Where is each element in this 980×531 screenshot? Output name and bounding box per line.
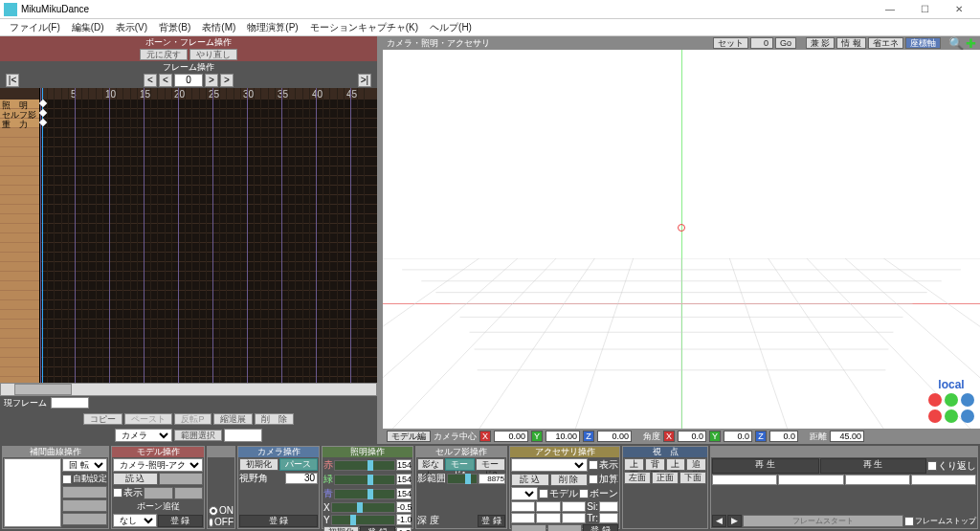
menu-help[interactable]: ヘルプ(H) (424, 21, 478, 34)
shadow-button[interactable]: 兼 影 (806, 37, 835, 49)
curve-editor[interactable] (4, 458, 61, 527)
frame-next2-button[interactable]: > (220, 74, 234, 87)
rot-z-ball[interactable] (961, 393, 974, 407)
loop-check[interactable] (927, 461, 937, 471)
expand-button[interactable]: 縮退展 (213, 413, 253, 425)
menu-mocap[interactable]: モーションキャプチャ(K) (304, 21, 424, 34)
minimize-button[interactable]: — (873, 1, 907, 18)
frame-first-button[interactable]: |< (6, 74, 19, 87)
prev-frame[interactable]: ◀ (712, 515, 726, 527)
shadow-mode1[interactable]: モード1 (445, 458, 475, 471)
set-button[interactable]: セット (713, 37, 748, 49)
scroll-thumb[interactable] (14, 384, 72, 395)
view-back[interactable]: 背面 (645, 458, 665, 471)
undo-button[interactable]: 元に戻す (140, 49, 188, 60)
curframe-input[interactable] (51, 397, 89, 409)
model-edit-button[interactable]: モデル編 (387, 431, 431, 442)
frame-prev2-button[interactable]: < (159, 74, 172, 87)
play-from[interactable] (712, 475, 777, 485)
menu-face[interactable]: 表情(M) (196, 21, 241, 34)
set-value[interactable]: 0 (750, 37, 773, 49)
model-del[interactable] (159, 473, 204, 485)
frame-next-button[interactable]: > (205, 74, 218, 87)
light-on-radio[interactable] (209, 506, 218, 516)
flip-button[interactable]: 反転P (174, 413, 211, 425)
model-load[interactable]: 読 込 (113, 473, 158, 485)
acc-disp-check[interactable] (589, 460, 598, 470)
magnify-icon[interactable]: 🔍 (948, 36, 964, 51)
timeline-cursor[interactable] (42, 88, 43, 383)
copy-button[interactable]: コピー (83, 413, 122, 425)
plus-icon[interactable]: ✚ (966, 36, 976, 51)
interp-btn1[interactable] (62, 486, 107, 498)
cam-register[interactable]: 登 録 (239, 515, 318, 527)
cam-init[interactable]: 初期化 (239, 458, 278, 471)
shadow-range-slider[interactable] (447, 474, 478, 484)
menu-edit[interactable]: 編集(D) (66, 21, 110, 34)
az-value[interactable]: 0.0 (769, 431, 798, 442)
light-off-radio[interactable] (209, 518, 213, 527)
auto-check[interactable] (62, 475, 72, 484)
go-button[interactable]: Go (775, 37, 796, 49)
frame-input[interactable]: 0 (174, 74, 203, 87)
track-light[interactable]: 照 明 (0, 100, 39, 109)
framestep-check[interactable] (904, 517, 914, 526)
info-button[interactable]: 情 報 (836, 37, 866, 49)
view-left[interactable]: 左面 (624, 472, 651, 484)
slider-lx[interactable] (331, 502, 395, 513)
paste-button[interactable]: ペースト (124, 413, 172, 425)
shadow-register[interactable]: 登 録 (478, 515, 505, 527)
move-y-ball[interactable] (945, 409, 958, 423)
viewport-3d[interactable]: local (383, 50, 980, 429)
acc-bone-check[interactable] (579, 489, 589, 498)
camera-select[interactable]: カメラ (115, 429, 172, 442)
move-z-ball[interactable] (961, 409, 974, 423)
slider-r[interactable] (334, 460, 395, 471)
x-button[interactable]: X (479, 431, 491, 442)
disp-check[interactable] (113, 488, 122, 498)
slider-ly[interactable] (331, 515, 395, 525)
acc-delete[interactable]: 削 除 (550, 474, 589, 486)
cam-persp[interactable]: パース (279, 458, 319, 471)
light-init[interactable]: 初期化 (323, 526, 359, 531)
slider-b[interactable] (334, 489, 395, 499)
menu-view[interactable]: 表示(V) (110, 21, 153, 34)
y-button[interactable]: Y (531, 431, 543, 442)
menu-file[interactable]: ファイル(F) (4, 21, 66, 34)
track-gravity[interactable]: 重 力 (0, 119, 39, 128)
ay-value[interactable]: 0.0 (724, 431, 752, 442)
acc-model-select[interactable] (511, 487, 538, 500)
z-value[interactable]: 0.00 (597, 431, 632, 442)
maximize-button[interactable]: ☐ (907, 1, 942, 18)
gizmo[interactable]: local (928, 378, 974, 423)
move-x-ball[interactable] (928, 409, 942, 423)
frame-last-button[interactable]: >| (358, 74, 371, 87)
view-follow[interactable]: 追従 (686, 458, 706, 471)
ax-value[interactable]: 0.0 (678, 431, 706, 442)
az-button[interactable]: Z (755, 431, 767, 442)
ax-button[interactable]: X (663, 431, 675, 442)
interp-btn3[interactable] (62, 513, 107, 525)
acc-model-check[interactable] (539, 489, 548, 498)
acc-register[interactable]: 登 録 (583, 524, 618, 531)
view-front[interactable]: 正面 (652, 472, 679, 484)
dist-value[interactable]: 45.00 (830, 431, 864, 442)
acc-select[interactable] (511, 458, 588, 472)
x-value[interactable]: 0.00 (494, 431, 528, 442)
interp-btn2[interactable] (62, 499, 107, 512)
frame-prev-button[interactable]: < (144, 74, 157, 87)
close-button[interactable]: ✕ (942, 1, 976, 18)
slider-g[interactable] (334, 475, 395, 485)
light-register[interactable]: 登 録 (360, 526, 395, 531)
follow-select[interactable]: なし (113, 514, 157, 527)
axis-button[interactable]: 座標軸 (905, 37, 941, 49)
view-up[interactable]: 上面 (624, 458, 644, 471)
delete-button[interactable]: 削 除 (255, 413, 294, 425)
range-input[interactable] (224, 429, 262, 442)
view-top[interactable]: 上面 (666, 458, 686, 471)
track-selfshadow[interactable]: セルフ影 (0, 109, 39, 119)
interp-axis-select[interactable]: 回 転 (62, 458, 107, 472)
play-to[interactable] (778, 475, 843, 485)
z-button[interactable]: Z (583, 431, 594, 442)
view-bottom[interactable]: 下面 (679, 472, 706, 484)
